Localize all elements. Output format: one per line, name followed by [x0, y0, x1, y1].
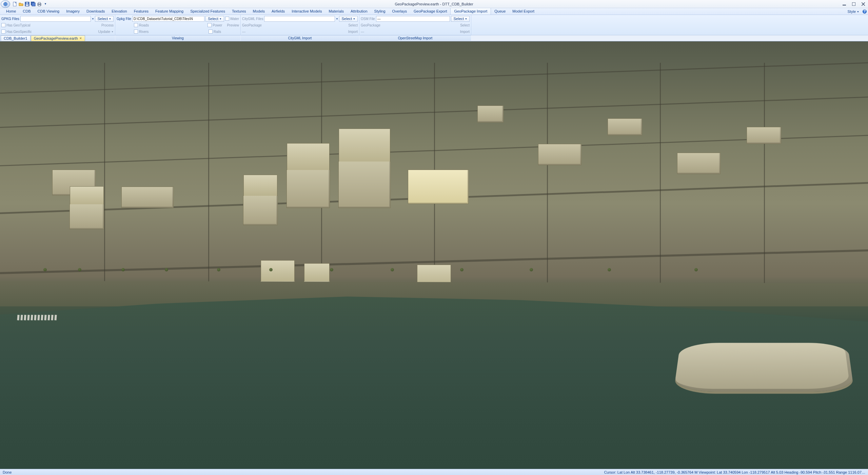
ribbon-tab-overlays[interactable]: Overlays — [389, 8, 410, 15]
ribbon-tab-feature-mapping[interactable]: Feature Mapping — [152, 8, 187, 15]
chevron-down-icon[interactable]: ▼ — [92, 18, 94, 20]
gpkg-files-input[interactable] — [20, 16, 91, 22]
update-button[interactable]: Update▼ — [98, 29, 114, 35]
qat-open-button[interactable] — [18, 1, 24, 7]
doc-tab-cdb-builder1[interactable]: CDB_Builder1 — [1, 35, 31, 41]
saveall-icon — [31, 2, 36, 6]
select-label: Select — [453, 17, 464, 21]
select-label: Select — [208, 17, 218, 21]
chevron-down-icon: ▼ — [353, 18, 355, 20]
ribbon-tab-downloads[interactable]: Downloads — [83, 8, 108, 15]
ribbon-tab-materials[interactable]: Materials — [325, 8, 347, 15]
qat-save-button[interactable] — [24, 1, 30, 7]
ribbon-tab-specialized-features[interactable]: Specialized Features — [187, 8, 229, 15]
chevron-down-icon[interactable]: ▼ — [336, 18, 338, 20]
ribbon-tab-cdb-viewing[interactable]: CDB Viewing — [34, 8, 63, 15]
svg-rect-6 — [32, 3, 35, 6]
qat-new-button[interactable] — [12, 1, 18, 7]
qat-saveall-button[interactable] — [31, 1, 36, 7]
status-left: Done — [3, 470, 12, 474]
rivers-label: Rivers — [139, 30, 149, 34]
style-label: Style — [848, 10, 856, 14]
title-bar: ▼ GeoPackagePreview.earth - DTT_CDB_Buil… — [0, 0, 868, 8]
chevron-down-icon: ▼ — [465, 18, 467, 20]
osm-select2-button[interactable]: Select — [460, 23, 470, 27]
ribbon-group-viewing: Gpkg File Select▼ Water Roads Power Prev… — [115, 15, 241, 35]
minimize-button[interactable] — [840, 1, 849, 7]
ribbon-tab-imagery[interactable]: Imagery — [63, 8, 83, 15]
chevron-down-icon: ▼ — [111, 31, 114, 33]
ribbon-tab-styling[interactable]: Styling — [371, 8, 389, 15]
marina-boats — [17, 315, 191, 341]
group-title-osm: OpenStreetMap Import — [359, 35, 471, 41]
svg-rect-4 — [26, 2, 28, 4]
citygml-files-input[interactable] — [264, 16, 335, 22]
ribbon-tab-cdb[interactable]: CDB — [19, 8, 34, 15]
water-checkbox[interactable] — [225, 17, 229, 21]
osm-dots-label: --- — [361, 30, 364, 34]
ribbon-style-dropdown[interactable]: Style ▼ — [846, 8, 861, 15]
minimize-icon — [843, 2, 846, 6]
doc-tab-geopackage-preview[interactable]: GeoPackagePreview.earth ✕ — [31, 35, 85, 41]
ribbon-tab-model-export[interactable]: Model Export — [509, 8, 538, 15]
qat-print-button[interactable] — [37, 1, 42, 7]
save-icon — [25, 2, 29, 6]
quick-access-toolbar: ▼ — [12, 1, 48, 7]
citygml-import-button[interactable]: Import — [348, 30, 358, 34]
citygml-geopackage-label: GeoPackage — [242, 23, 262, 27]
osm-file-input[interactable] — [376, 16, 450, 22]
maximize-button[interactable] — [849, 1, 859, 7]
rails-label: Rails — [214, 30, 221, 34]
gpkg-files-select-button[interactable]: Select▼ — [95, 16, 114, 22]
status-right: Cursor: Lat Lon Alt 33.738461, -118.2773… — [604, 470, 865, 474]
svg-rect-3 — [26, 4, 28, 6]
citygml-select-button[interactable]: Select▼ — [339, 16, 358, 22]
osm-select-button[interactable]: Select▼ — [451, 16, 470, 22]
ribbon-tab-queue[interactable]: Queue — [491, 8, 509, 15]
select-label: Select — [97, 17, 108, 21]
update-label: Update — [98, 30, 110, 34]
power-checkbox[interactable] — [208, 23, 212, 27]
ribbon-tab-home[interactable]: Home — [3, 8, 19, 15]
ribbon-tab-models[interactable]: Models — [250, 8, 268, 15]
gpkg-file-select-button[interactable]: Select▼ — [205, 16, 224, 22]
doc-tab-label: GeoPackagePreview.earth — [34, 36, 78, 40]
ribbon-panel: GPKG Files ▼ Select▼ Has GeoTypical Proc… — [0, 15, 868, 35]
chevron-down-icon: ▼ — [857, 11, 859, 13]
group-title-viewing: Viewing — [115, 35, 240, 41]
roads-checkbox[interactable] — [134, 23, 138, 27]
roads-label: Roads — [139, 23, 149, 27]
cruise-terminal-building — [673, 343, 854, 392]
ribbon-tab-geopackage-import[interactable]: GeoPackage Import — [450, 8, 491, 15]
citygml-files-label: CityGML Files — [242, 17, 263, 21]
preview-button[interactable]: Preview — [227, 23, 239, 27]
ribbon-help-button[interactable]: ? — [861, 8, 868, 15]
ribbon-tab-elevation[interactable]: Elevation — [108, 8, 130, 15]
ribbon-tab-textures[interactable]: Textures — [229, 8, 250, 15]
citygml-select2-button[interactable]: Select — [348, 23, 358, 27]
app-menu-button[interactable] — [1, 0, 10, 8]
has-geotypical-checkbox[interactable] — [1, 23, 5, 27]
citygml-dots-label: --- — [242, 30, 245, 34]
group-title-citygml: CityGML Import — [241, 35, 359, 41]
ribbon-tab-interactive-models[interactable]: Interactive Models — [288, 8, 325, 15]
gpkg-file-input[interactable] — [132, 16, 204, 22]
ribbon-group-osm-import: OSM File Select▼ GeoPackage Select --- I… — [359, 15, 471, 35]
print-icon — [37, 2, 42, 6]
osm-import-button[interactable]: Import — [460, 30, 470, 34]
earth-3d-viewport[interactable] — [0, 41, 868, 469]
gpkg-files-label: GPKG Files — [1, 17, 19, 21]
doc-tab-close-button[interactable]: ✕ — [79, 37, 82, 40]
has-geospecific-checkbox[interactable] — [1, 30, 5, 34]
ribbon-tab-attribution[interactable]: Attribution — [347, 8, 371, 15]
process-button[interactable]: Process — [101, 23, 114, 27]
close-button[interactable] — [859, 1, 868, 7]
qat-customize-button[interactable]: ▼ — [43, 1, 48, 7]
ribbon-tab-features[interactable]: Features — [131, 8, 152, 15]
window-title: GeoPackagePreview.earth - DTT_CDB_Builde… — [395, 2, 473, 6]
ribbon-tab-geopackage-export[interactable]: GeoPackage Export — [410, 8, 450, 15]
ribbon-group-import-model-layers: GPKG Files ▼ Select▼ Has GeoTypical Proc… — [0, 15, 115, 35]
rivers-checkbox[interactable] — [134, 30, 138, 34]
rails-checkbox[interactable] — [209, 30, 213, 34]
ribbon-tab-airfields[interactable]: Airfields — [268, 8, 288, 15]
